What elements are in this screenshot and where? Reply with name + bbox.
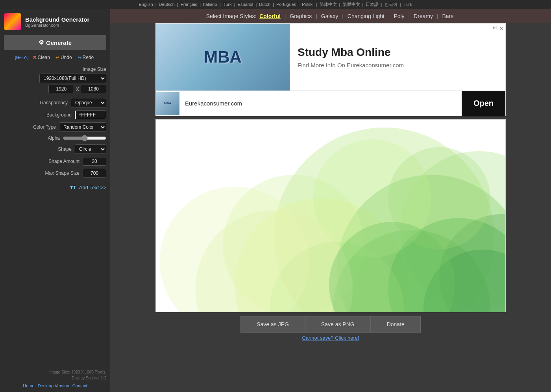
shape-label: Shape [4,146,72,152]
background-row: Background [4,111,106,119]
background-label: Background [4,112,72,118]
app-header: Background Generator BgGenerator.com [4,13,106,30]
lang-dutch[interactable]: Dutch [259,2,270,7]
ad-adchoice-icon: ▶i [493,25,497,30]
contact-link[interactable]: Contact [72,383,87,388]
size-info-line2: Display Scaling: 1:2 [4,375,106,381]
donate-button[interactable]: Donate [371,316,421,333]
undo-label: Undo [61,55,72,60]
generate-button[interactable]: Generate [4,35,106,50]
transparency-label: Transparency [4,100,68,105]
color-type-label: Color Type [4,124,56,130]
undo-icon [55,55,59,60]
max-shape-size-row: Max Shape Size [4,169,106,178]
shape-amount-label: Shape Amount [4,159,80,164]
image-size-section: Image Size 1920x1080(Full HD) 1280x720(H… [4,67,106,96]
ad-open-button[interactable]: Open [462,91,505,116]
generate-label: Generate [46,39,72,46]
background-color-input[interactable] [75,111,106,119]
ad-logo-small: MBA [156,92,179,115]
shape-row: Shape Circle Rectangle Triangle Polygon [4,144,106,154]
lang-portugues[interactable]: Português [276,2,296,7]
canvas-preview [155,119,506,312]
shape-amount-input[interactable] [83,157,106,166]
redo-button[interactable]: Redo [76,54,96,61]
cannot-save-link[interactable]: Cannot save? Click here! [302,335,359,341]
image-size-select[interactable]: 1920x1080(Full HD) 1280x720(HD) 3840x216… [39,74,106,83]
lang-japanese[interactable]: 日本語 [366,2,379,7]
transparency-select[interactable]: Opaque Transparent [71,98,106,107]
app-logo [4,13,21,30]
size-x-separator: X [76,86,79,92]
lang-chinese-simplified[interactable]: 简体中文 [320,2,337,7]
height-input[interactable]: 1080 [81,85,106,93]
ad-close-button[interactable]: ✕ [499,25,504,31]
lang-chinese-traditional[interactable]: 繁體中文 [343,2,360,7]
ad-bottom-bar: MBA Eurekaconsumer.com Open [155,91,506,116]
preview-area[interactable]: MBA Study Mba Online Find More Info On E… [110,23,551,392]
ad-subtext: Find More Info On Eurekaconsumer.com [298,62,497,68]
clean-button[interactable]: Clean [31,54,52,61]
ad-banner: MBA Study Mba Online Find More Info On E… [155,23,506,91]
image-size-label: Image Size [4,67,106,72]
redo-label: Redo [83,55,94,60]
lang-francais[interactable]: Français [181,2,197,7]
style-bar: Select Image Styles: Colorful | Graphics… [110,9,551,23]
gear-icon [39,39,44,46]
style-poly[interactable]: Poly [394,13,404,19]
lang-espanol[interactable]: Español [238,2,253,7]
alpha-label: Alpha [4,135,60,141]
style-dreamy[interactable]: Dreamy [414,13,433,19]
style-changing-light[interactable]: Changing Light [348,13,385,19]
max-shape-size-input[interactable] [83,169,106,178]
language-bar: English | Deutsch | Français | Italiano … [0,0,551,9]
shape-amount-row: Shape Amount [4,157,106,166]
size-info: Image Size: 1920 X 1080 Pixels. Display … [4,369,106,381]
lang-korean[interactable]: 한국어 [385,2,398,7]
lang-polski[interactable]: Polski [302,2,313,7]
ad-domain-text: Eurekaconsumer.com [179,100,462,107]
lang-deutsch[interactable]: Deutsch [159,2,175,7]
style-bars[interactable]: Bars [442,13,453,19]
ad-text: Study Mba Online Find More Info On Eurek… [290,24,505,91]
home-link[interactable]: Home [23,383,34,388]
transparency-row: Transparency Opaque Transparent [4,98,106,107]
shape-select[interactable]: Circle Rectangle Triangle Polygon [75,144,106,154]
width-input[interactable]: 1920 [48,85,74,93]
save-png-button[interactable]: Save as PNG [305,316,371,333]
lang-english[interactable]: English [139,2,153,7]
content-area: Select Image Styles: Colorful | Graphics… [110,9,551,392]
lang-turk2[interactable]: Türk [403,2,412,7]
action-bar: Save as JPG Save as PNG Donate [155,316,506,333]
canvas-svg [156,120,505,312]
footer-links: Home Desktop Version Contact [4,383,106,388]
style-colorful[interactable]: Colorful [259,13,281,19]
max-shape-size-label: Max Shape Size [4,170,80,176]
style-galaxy[interactable]: Galaxy [321,13,338,19]
color-type-row: Color Type Random Color Single Color Gra… [4,122,106,132]
text-icon: T [70,185,76,190]
clean-label: Clean [38,55,50,60]
style-graphics[interactable]: Graphics [290,13,312,19]
ad-headline: Study Mba Online [298,46,497,59]
save-jpg-button[interactable]: Save as JPG [240,316,305,333]
toolbar-row: [Help?] Clean Undo Redo [4,54,106,61]
size-info-line1: Image Size: 1920 X 1080 Pixels. [4,369,106,375]
help-link[interactable]: [Help?] [15,55,29,60]
style-prefix: Select Image Styles: [206,13,258,19]
app-title: Background Generator [25,16,89,23]
sidebar: Background Generator BgGenerator.com Gen… [0,9,110,392]
lang-italiano[interactable]: Italiano [203,2,217,7]
alpha-slider[interactable] [63,135,106,141]
ad-mba-text: MBA [204,48,242,67]
add-text-button[interactable]: T Add Text >> [4,183,106,192]
desktop-version-link[interactable]: Desktop Version [38,383,69,388]
redo-icon [78,55,81,60]
clean-icon [33,55,37,60]
alpha-row: Alpha [4,135,106,141]
app-subtitle: BgGenerator.com [25,23,89,28]
lang-turk[interactable]: Türk [223,2,232,7]
undo-button[interactable]: Undo [54,54,74,61]
color-type-select[interactable]: Random Color Single Color Gradient [59,122,106,132]
add-text-label: Add Text >> [79,185,106,190]
